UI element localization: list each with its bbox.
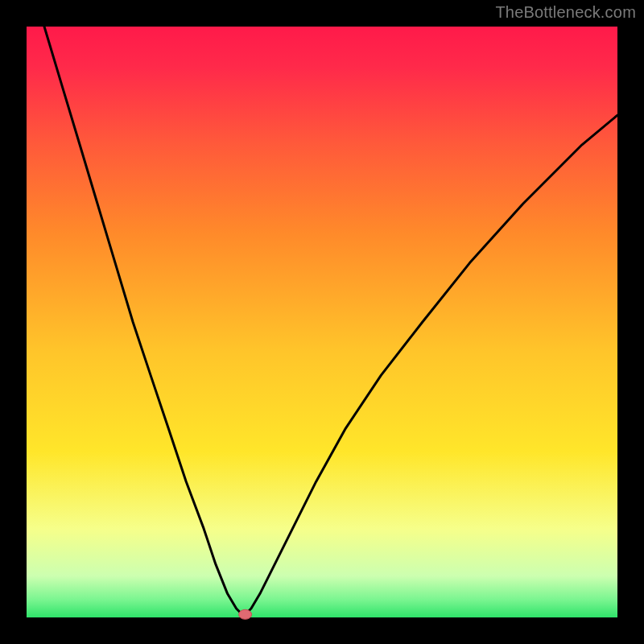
attribution-text: TheBottleneck.com — [495, 3, 636, 22]
plot-area — [27, 27, 617, 617]
chart-svg — [0, 0, 644, 644]
bottleneck-chart: TheBottleneck.com — [0, 0, 644, 644]
minimum-marker — [239, 609, 252, 619]
